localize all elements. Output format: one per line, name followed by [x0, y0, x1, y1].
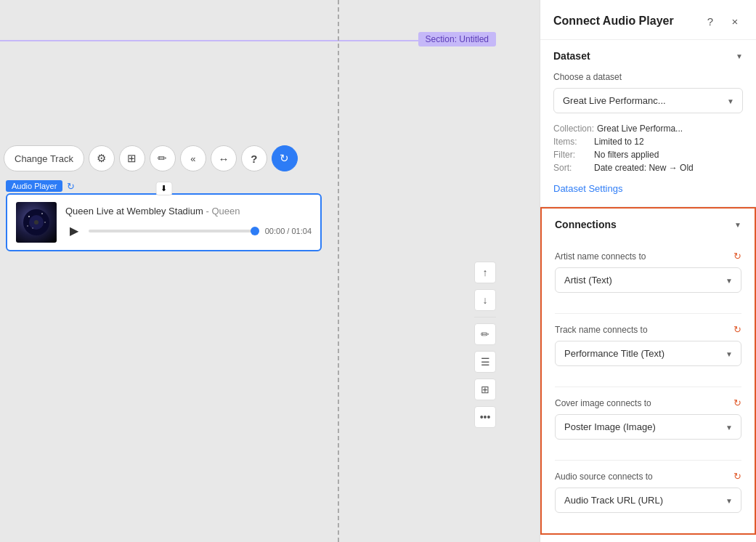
- cover-select-wrapper[interactable]: Poster Image (Image): [555, 414, 741, 440]
- svg-point-6: [32, 227, 33, 229]
- right-toolbar: ↑ ↓ ✏ ☰ ⊞ •••: [474, 262, 496, 428]
- track-select[interactable]: Performance Title (Text): [555, 341, 741, 366]
- download-button[interactable]: ⬇: [155, 182, 172, 195]
- layers-icon: ☰: [481, 356, 490, 368]
- connections-section-header[interactable]: Connections ▼: [542, 209, 755, 240]
- player-controls: ▶ 00:00 / 01:04: [65, 222, 312, 240]
- connect-button[interactable]: ↻: [272, 145, 298, 171]
- filter-label: Filter:: [553, 150, 591, 160]
- move-up-button[interactable]: ↑: [474, 262, 496, 283]
- edit-icon: ✏: [481, 328, 489, 340]
- cover-select[interactable]: Poster Image (Image): [555, 414, 741, 440]
- back-button[interactable]: «: [180, 145, 206, 171]
- table-icon: ⊞: [481, 384, 489, 395]
- audio-source-connection-icon: ↻: [733, 471, 741, 482]
- time-current: 00:00: [265, 227, 285, 235]
- items-label: Items:: [553, 137, 591, 147]
- dataset-select-wrapper[interactable]: Great Live Performanc...: [553, 88, 743, 113]
- audio-source-select[interactable]: Audio Track URL (URL): [555, 488, 741, 513]
- panel-help-button[interactable]: ?: [702, 13, 718, 29]
- dataset-chevron-icon: ▼: [736, 52, 743, 60]
- change-track-button[interactable]: Change Track: [4, 145, 84, 171]
- toolbar-divider: [474, 317, 496, 317]
- more-options-button[interactable]: •••: [474, 406, 496, 428]
- cover-connection-label: Cover image connects to: [555, 398, 651, 408]
- pen-button[interactable]: ✏: [150, 145, 176, 171]
- items-value: Limited to 12: [594, 137, 644, 147]
- connect-icon: ↻: [280, 152, 289, 165]
- layers-button[interactable]: ☰: [474, 351, 496, 373]
- dataset-section-content: Choose a dataset Great Live Performanc..…: [540, 72, 756, 206]
- track-name-text: Queen Live at Wembley Stadium: [65, 206, 203, 217]
- track-connection-icon: ↻: [733, 324, 741, 335]
- svg-point-5: [44, 222, 46, 223]
- grid-button[interactable]: ⊞: [119, 145, 145, 171]
- up-icon: ↑: [483, 267, 488, 278]
- settings-button[interactable]: ⚙: [89, 145, 115, 171]
- album-art-svg: [22, 208, 51, 237]
- element-toolbar: Change Track ⚙ ⊞ ✏ « ↔ ? ↻: [4, 145, 298, 171]
- progress-handle[interactable]: [251, 227, 259, 235]
- artist-connection: Artist name connects to ↻ Artist (Text): [542, 240, 755, 313]
- dataset-select[interactable]: Great Live Performanc...: [553, 88, 743, 113]
- time-total: 01:04: [291, 227, 312, 235]
- dataset-section: Dataset ▼ Choose a dataset Great Live Pe…: [540, 40, 756, 207]
- connections-section: Connections ▼ Artist name connects to ↻ …: [540, 207, 756, 535]
- sort-label: Sort:: [553, 163, 591, 173]
- grid-icon: ⊞: [127, 152, 137, 165]
- cover-image-connection: Cover image connects to ↻ Poster Image (…: [542, 387, 755, 460]
- filter-value: No filters applied: [594, 150, 659, 160]
- resize-button[interactable]: ↔: [211, 145, 237, 171]
- audio-player-refresh-icon[interactable]: ↻: [67, 181, 75, 192]
- dataset-section-header[interactable]: Dataset ▼: [540, 40, 756, 72]
- audio-player: ⬇: [6, 193, 322, 251]
- dashed-divider: [338, 0, 339, 542]
- back-icon: «: [190, 153, 195, 164]
- track-connection-label: Track name connects to: [555, 325, 648, 335]
- artist-select[interactable]: Artist (Text): [555, 267, 741, 293]
- help-button[interactable]: ?: [241, 145, 267, 171]
- resize-icon: ↔: [218, 153, 229, 165]
- track-name-connection: Track name connects to ↻ Performance Tit…: [542, 314, 755, 387]
- svg-point-4: [41, 213, 43, 214]
- svg-point-7: [27, 225, 28, 227]
- cover-connection-icon: ↻: [733, 397, 741, 408]
- table-button[interactable]: ⊞: [474, 379, 496, 400]
- artist-select-wrapper[interactable]: Artist (Text): [555, 267, 741, 293]
- collection-value: Great Live Performa...: [597, 124, 683, 134]
- sort-meta: Sort: Date created: New → Old: [553, 163, 743, 173]
- player-info: Queen Live at Wembley Stadium - Queen ▶ …: [65, 206, 312, 240]
- audio-source-connection-label: Audio source connects to: [555, 472, 653, 482]
- track-label-row: Track name connects to ↻: [555, 314, 741, 335]
- settings-icon: ⚙: [97, 152, 106, 165]
- close-icon: ×: [732, 15, 739, 28]
- move-down-button[interactable]: ↓: [474, 289, 496, 311]
- dataset-section-title: Dataset: [553, 50, 590, 62]
- connections-section-title: Connections: [555, 219, 617, 230]
- artist-label-row: Artist name connects to ↻: [555, 240, 741, 262]
- panel-header: Connect Audio Player ? ×: [540, 0, 756, 40]
- collection-label: Collection:: [553, 124, 594, 134]
- question-icon: ?: [707, 15, 713, 28]
- section-label: Section: Untitled: [418, 32, 496, 46]
- canvas: Section: Untitled Change Track ⚙ ⊞ ✏ « ↔…: [0, 0, 540, 542]
- track-select-wrapper[interactable]: Performance Title (Text): [555, 341, 741, 366]
- progress-bar[interactable]: [89, 230, 259, 232]
- download-icon: ⬇: [160, 184, 167, 193]
- play-button[interactable]: ▶: [65, 222, 83, 240]
- help-icon: ?: [251, 153, 257, 165]
- audio-source-select-wrapper[interactable]: Audio Track URL (URL): [555, 488, 741, 513]
- collection-meta: Collection: Great Live Performa...: [553, 124, 743, 134]
- items-meta: Items: Limited to 12: [553, 137, 743, 147]
- dataset-settings-link[interactable]: Dataset Settings: [553, 183, 622, 194]
- panel-close-button[interactable]: ×: [727, 13, 743, 29]
- edit-button[interactable]: ✏: [474, 323, 496, 345]
- artist-connection-icon: ↻: [733, 251, 741, 262]
- track-artist-text: Queen: [211, 206, 240, 217]
- panel-header-icons: ? ×: [702, 13, 743, 29]
- audio-player-badge: Audio Player: [6, 180, 62, 192]
- down-icon: ↓: [483, 294, 488, 306]
- track-title: Queen Live at Wembley Stadium - Queen: [65, 206, 312, 217]
- connections-chevron-icon: ▼: [734, 221, 741, 229]
- audio-source-label-row: Audio source connects to ↻: [555, 461, 741, 482]
